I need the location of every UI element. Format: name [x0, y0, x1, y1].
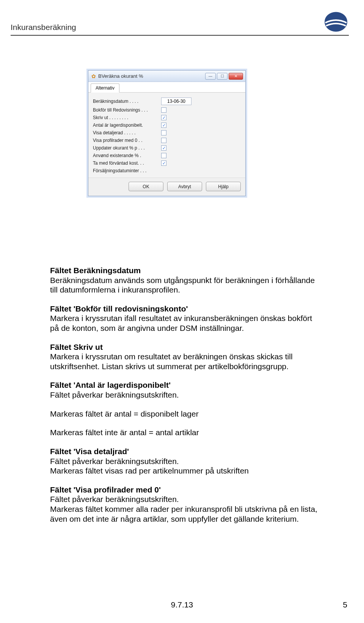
p-visa-detaljrad-2: Markeras fältet visas rad per artikelnum… — [50, 466, 322, 476]
checkbox-uppdater[interactable]: ✓ — [161, 145, 166, 151]
input-berakningsdatum[interactable] — [161, 98, 191, 105]
h-berakningsdatum: Fältet Beräkningsdatum — [50, 266, 141, 275]
row-visa-profilrader: Visa profilrader med 0 . . — [93, 137, 241, 144]
label-anvond: Anvønd existerande % . — [93, 153, 161, 158]
label-ta-med: Ta med förväntad kost. . . — [93, 160, 161, 166]
h-visa-profilrader: Fältet 'Visa profilrader med 0' — [50, 485, 161, 494]
p-markeras-inte: Markeras fältet inte är antal = antal ar… — [50, 428, 322, 437]
maximize-button[interactable]: ☐ — [217, 73, 228, 80]
row-skriv-ut: Skriv ut . . . . . . . . ✓ — [93, 114, 241, 121]
h-bokfor: Fältet 'Bokför till redovisningskonto' — [50, 304, 188, 313]
checkbox-visa-profilrader[interactable] — [161, 138, 166, 143]
checkbox-bokfor[interactable] — [161, 107, 166, 113]
p-antal: Fältet påverkar beräkningsutskriften. — [50, 390, 322, 400]
p-visa-profilrader-1: Fältet påverkar beräkningsutskriften. — [50, 494, 322, 504]
button-row: OK Avbryt Hjälp — [88, 178, 245, 196]
label-antal: Antal är lagerdisponibelt. — [93, 123, 161, 128]
checkbox-antal[interactable]: ✓ — [161, 123, 166, 128]
minimize-button[interactable]: — — [205, 73, 216, 80]
tab-alternativ[interactable]: Alternativ — [91, 83, 119, 93]
label-bokfor: Bokför till Redovisnings . . . — [93, 107, 161, 113]
label-forsaljning: Försäljningsdatuminter . . . — [93, 168, 161, 173]
row-ta-med: Ta med förväntad kost. . . ✓ — [93, 159, 241, 167]
checkbox-ta-med[interactable]: ✓ — [161, 160, 166, 166]
h-visa-detaljrad: Fältet 'Visa detaljrad' — [50, 447, 129, 456]
checkbox-skriv-ut[interactable]: ✓ — [161, 115, 166, 120]
row-antal: Antal är lagerdisponibelt. ✓ — [93, 121, 241, 129]
h-skriv-ut: Fältet Skriv ut — [50, 343, 103, 351]
p-skriv-ut: Markera i kryssrutan om resultatet av be… — [50, 352, 322, 371]
page-header: Inkuransberäkning — [11, 23, 349, 36]
row-forsaljning: Försäljningsdatuminter . . . — [93, 167, 241, 175]
dialog-window: ✿ BVeräkna okurant % — ☐ ✕ Alternativ Be… — [88, 70, 246, 196]
close-button[interactable]: ✕ — [229, 73, 243, 80]
label-berakningsdatum: Beräkningsdatum . . . . — [93, 99, 161, 104]
window-controls: — ☐ ✕ — [205, 73, 243, 80]
p-berakningsdatum: Beräkningsdatum används som utgångspunkt… — [50, 275, 322, 295]
row-berakningsdatum: Beräkningsdatum . . . . — [93, 96, 241, 106]
titlebar: ✿ BVeräkna okurant % — ☐ ✕ — [88, 71, 245, 82]
p-bokfor: Markera i kryssrutan ifall resultatet av… — [50, 313, 322, 333]
ok-button[interactable]: OK — [129, 182, 163, 191]
checkbox-visa-detaljerad[interactable] — [161, 130, 166, 135]
help-button[interactable]: Hjälp — [206, 182, 241, 191]
row-anvond: Anvønd existerande % . — [93, 152, 241, 159]
label-visa-detaljerad: Visa detaljerad . . . . . — [93, 130, 161, 135]
p-visa-profilrader-2: Markeras fältet kommer alla rader per in… — [50, 504, 322, 524]
tab-row: Alternativ — [88, 82, 245, 93]
body-text: Fältet Beräkningsdatum Beräkningsdatum a… — [50, 266, 322, 533]
window-title: BVeräkna okurant % — [98, 73, 205, 79]
row-visa-detaljerad: Visa detaljerad . . . . . — [93, 129, 241, 137]
label-visa-profilrader: Visa profilrader med 0 . . — [93, 138, 161, 143]
footer-page: 5 — [343, 600, 347, 609]
label-skriv-ut: Skriv ut . . . . . . . . — [93, 115, 161, 120]
gear-icon: ✿ — [91, 73, 97, 79]
footer-date: 9.7.13 — [0, 600, 364, 609]
h-antal: Fältet 'Antal är lagerdisponibelt' — [50, 381, 171, 389]
label-uppdater: Uppdater okurant % p . . . — [93, 145, 161, 151]
p-visa-detaljrad-1: Fältet påverkar beräkningsutskriften. — [50, 456, 322, 466]
row-bokfor: Bokför till Redovisnings . . . — [93, 106, 241, 114]
p-markeras-disp: Markeras fältet är antal = disponibelt l… — [50, 409, 322, 419]
form-area: Beräkningsdatum . . . . Bokför till Redo… — [88, 93, 245, 178]
row-uppdater: Uppdater okurant % p . . . ✓ — [93, 144, 241, 152]
page-title: Inkuransberäkning — [11, 23, 349, 34]
cancel-button[interactable]: Avbryt — [167, 182, 202, 191]
checkbox-anvond[interactable] — [161, 153, 166, 158]
header-rule — [11, 35, 349, 36]
